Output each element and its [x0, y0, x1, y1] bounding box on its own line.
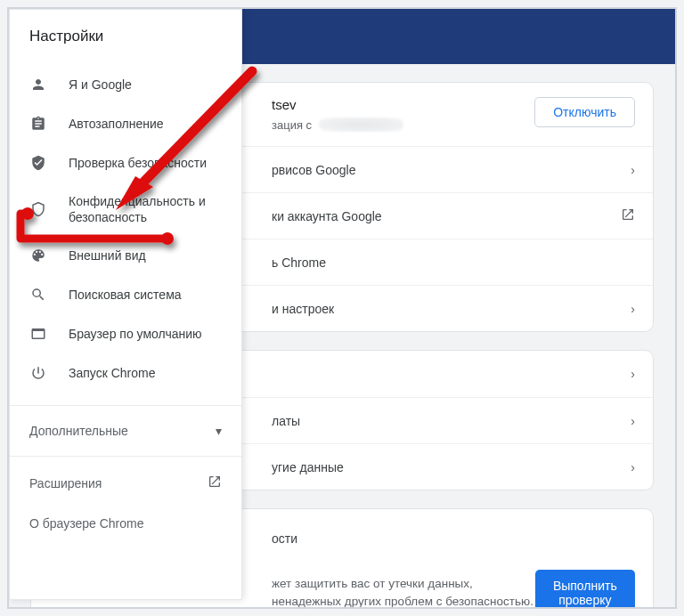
extensions-label: Расширения — [29, 476, 102, 490]
sidebar-item-appearance[interactable]: Внешний вид — [10, 236, 241, 275]
settings-sidebar: Настройки Я и Google Автозаполнение Пров… — [9, 9, 242, 600]
sidebar-item-default-browser[interactable]: Браузер по умолчанию — [10, 314, 241, 353]
divider — [10, 456, 241, 457]
account-sync-status: зация с — [272, 118, 403, 132]
search-icon — [29, 286, 47, 304]
person-icon — [29, 76, 47, 93]
clipboard-icon — [29, 115, 47, 133]
advanced-label: Дополнительные — [29, 424, 128, 438]
sidebar-advanced-toggle[interactable]: Дополнительные ▾ — [10, 411, 241, 450]
sidebar-item-search-engine[interactable]: Поисковая система — [10, 275, 241, 314]
account-name: tsev — [272, 97, 403, 112]
sidebar-item-privacy[interactable]: Конфиденциальность и безопасность — [10, 182, 241, 236]
sidebar-item-safety-check[interactable]: Проверка безопасности — [10, 143, 241, 182]
sidebar-item-autofill[interactable]: Автозаполнение — [10, 104, 241, 143]
sidebar-about-chrome[interactable]: О браузере Chrome — [10, 504, 241, 543]
shield-check-icon — [29, 154, 47, 172]
sidebar-item-label: Браузер по умолчанию — [69, 326, 222, 342]
sidebar-item-label: Конфиденциальность и безопасность — [69, 193, 222, 225]
redacted-smudge — [319, 118, 403, 132]
sidebar-item-label: Проверка безопасности — [69, 155, 222, 171]
chevron-down-icon: ▾ — [216, 424, 222, 438]
run-safety-check-button[interactable]: Выполнить проверку — [535, 570, 635, 607]
about-label: О браузере Chrome — [29, 516, 144, 531]
sidebar-item-label: Автозаполнение — [69, 116, 222, 132]
sidebar-item-on-startup[interactable]: Запуск Chrome — [10, 353, 241, 393]
safety-description: жет защитить вас от утечки данных, ненад… — [272, 575, 535, 607]
shield-icon — [29, 200, 47, 218]
chevron-right-icon: › — [631, 302, 635, 316]
sidebar-title: Настройки — [10, 10, 241, 61]
disconnect-button[interactable]: Отключить — [534, 97, 635, 127]
sidebar-item-label: Поисковая система — [69, 287, 222, 303]
external-link-icon — [621, 207, 635, 224]
sidebar-item-label: Внешний вид — [69, 247, 222, 263]
sidebar-item-you-and-google[interactable]: Я и Google — [10, 65, 241, 104]
power-icon — [29, 364, 47, 382]
chevron-right-icon: › — [631, 367, 635, 381]
browser-icon — [29, 325, 47, 343]
chevron-right-icon: › — [631, 460, 635, 474]
external-link-icon — [208, 474, 222, 491]
sidebar-item-label: Запуск Chrome — [69, 365, 222, 381]
chevron-right-icon: › — [631, 414, 635, 428]
divider — [10, 405, 241, 406]
chevron-right-icon: › — [631, 163, 635, 177]
palette-icon — [29, 247, 47, 264]
sidebar-item-label: Я и Google — [69, 77, 222, 93]
sidebar-extensions[interactable]: Расширения — [10, 462, 241, 504]
